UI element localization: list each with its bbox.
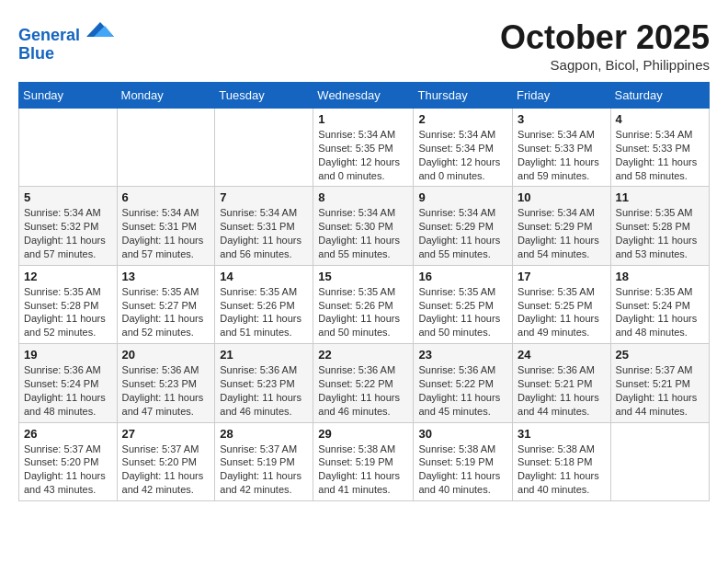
day-info: Sunrise: 5:34 AMSunset: 5:33 PMDaylight:… (518, 128, 606, 182)
day-info: Sunrise: 5:35 AMSunset: 5:25 PMDaylight:… (418, 285, 507, 339)
calendar-week-row: 19Sunrise: 5:36 AMSunset: 5:24 PMDayligh… (19, 344, 710, 422)
calendar-cell: 20Sunrise: 5:36 AMSunset: 5:23 PMDayligh… (117, 344, 215, 422)
calendar-cell: 26Sunrise: 5:37 AMSunset: 5:20 PMDayligh… (19, 422, 118, 500)
calendar-cell: 1Sunrise: 5:34 AMSunset: 5:35 PMDaylight… (313, 109, 414, 187)
day-number: 19 (24, 348, 112, 362)
calendar-cell: 13Sunrise: 5:35 AMSunset: 5:27 PMDayligh… (117, 265, 215, 343)
calendar-cell: 23Sunrise: 5:36 AMSunset: 5:22 PMDayligh… (414, 344, 513, 422)
day-info: Sunrise: 5:35 AMSunset: 5:25 PMDaylight:… (518, 285, 606, 339)
calendar-cell: 16Sunrise: 5:35 AMSunset: 5:25 PMDayligh… (414, 265, 513, 343)
day-info: Sunrise: 5:36 AMSunset: 5:22 PMDaylight:… (318, 363, 408, 418)
day-info: Sunrise: 5:34 AMSunset: 5:35 PMDaylight:… (318, 128, 408, 182)
day-info: Sunrise: 5:35 AMSunset: 5:28 PMDaylight:… (616, 206, 704, 260)
day-number: 14 (220, 270, 308, 283)
day-info: Sunrise: 5:35 AMSunset: 5:27 PMDaylight:… (122, 285, 210, 339)
day-number: 29 (318, 427, 408, 441)
day-number: 22 (318, 348, 408, 362)
day-number: 30 (418, 427, 507, 441)
day-info: Sunrise: 5:36 AMSunset: 5:21 PMDaylight:… (518, 363, 606, 418)
day-number: 5 (24, 190, 112, 204)
day-number: 24 (518, 348, 606, 362)
weekday-header-thursday: Thursday (414, 83, 513, 109)
calendar-cell: 4Sunrise: 5:34 AMSunset: 5:33 PMDaylight… (610, 109, 709, 187)
logo-icon (86, 18, 114, 40)
day-number: 25 (616, 348, 704, 362)
day-info: Sunrise: 5:36 AMSunset: 5:23 PMDaylight:… (220, 363, 308, 418)
day-number: 21 (220, 348, 308, 362)
day-info: Sunrise: 5:34 AMSunset: 5:30 PMDaylight:… (318, 206, 408, 260)
calendar-week-row: 12Sunrise: 5:35 AMSunset: 5:28 PMDayligh… (19, 265, 710, 343)
calendar-cell: 29Sunrise: 5:38 AMSunset: 5:19 PMDayligh… (313, 422, 414, 500)
day-number: 26 (24, 427, 112, 441)
day-info: Sunrise: 5:34 AMSunset: 5:31 PMDaylight:… (122, 206, 210, 260)
day-info: Sunrise: 5:34 AMSunset: 5:32 PMDaylight:… (24, 206, 112, 260)
calendar-cell: 19Sunrise: 5:36 AMSunset: 5:24 PMDayligh… (19, 344, 118, 422)
day-info: Sunrise: 5:36 AMSunset: 5:23 PMDaylight:… (122, 363, 210, 418)
day-info: Sunrise: 5:36 AMSunset: 5:22 PMDaylight:… (418, 363, 507, 418)
calendar-cell: 24Sunrise: 5:36 AMSunset: 5:21 PMDayligh… (513, 344, 611, 422)
weekday-header-tuesday: Tuesday (215, 83, 313, 109)
calendar-cell: 31Sunrise: 5:38 AMSunset: 5:18 PMDayligh… (513, 422, 611, 500)
day-number: 3 (518, 112, 606, 126)
calendar-cell: 2Sunrise: 5:34 AMSunset: 5:34 PMDaylight… (414, 109, 513, 187)
calendar-table: SundayMondayTuesdayWednesdayThursdayFrid… (18, 82, 710, 501)
day-info: Sunrise: 5:38 AMSunset: 5:19 PMDaylight:… (318, 442, 408, 497)
day-number: 18 (616, 270, 704, 283)
calendar-cell: 5Sunrise: 5:34 AMSunset: 5:32 PMDaylight… (19, 187, 118, 265)
day-info: Sunrise: 5:37 AMSunset: 5:21 PMDaylight:… (616, 363, 704, 418)
calendar-cell (19, 109, 118, 187)
day-info: Sunrise: 5:38 AMSunset: 5:18 PMDaylight:… (518, 442, 606, 497)
day-number: 20 (122, 348, 210, 362)
calendar-cell: 6Sunrise: 5:34 AMSunset: 5:31 PMDaylight… (117, 187, 215, 265)
calendar-cell: 10Sunrise: 5:34 AMSunset: 5:29 PMDayligh… (513, 187, 611, 265)
day-number: 8 (318, 190, 408, 204)
calendar-cell: 7Sunrise: 5:34 AMSunset: 5:31 PMDaylight… (215, 187, 313, 265)
day-info: Sunrise: 5:37 AMSunset: 5:20 PMDaylight:… (122, 442, 210, 497)
day-info: Sunrise: 5:37 AMSunset: 5:20 PMDaylight:… (24, 442, 112, 497)
logo: General Blue (18, 18, 114, 63)
day-number: 2 (418, 112, 507, 126)
day-number: 1 (318, 112, 408, 126)
day-number: 6 (122, 190, 210, 204)
calendar-cell (215, 109, 313, 187)
month-title: October 2025 (500, 18, 710, 57)
weekday-header-wednesday: Wednesday (313, 83, 414, 109)
calendar-cell (117, 109, 215, 187)
day-number: 11 (616, 190, 704, 204)
day-info: Sunrise: 5:37 AMSunset: 5:19 PMDaylight:… (220, 442, 308, 497)
calendar-cell: 30Sunrise: 5:38 AMSunset: 5:19 PMDayligh… (414, 422, 513, 500)
day-info: Sunrise: 5:35 AMSunset: 5:26 PMDaylight:… (220, 285, 308, 339)
calendar-cell: 3Sunrise: 5:34 AMSunset: 5:33 PMDaylight… (513, 109, 611, 187)
calendar-cell (610, 422, 709, 500)
day-info: Sunrise: 5:35 AMSunset: 5:26 PMDaylight:… (318, 285, 408, 339)
weekday-header-monday: Monday (117, 83, 215, 109)
day-info: Sunrise: 5:35 AMSunset: 5:24 PMDaylight:… (616, 285, 704, 339)
day-info: Sunrise: 5:34 AMSunset: 5:31 PMDaylight:… (220, 206, 308, 260)
calendar-week-row: 26Sunrise: 5:37 AMSunset: 5:20 PMDayligh… (19, 422, 710, 500)
page-header: General Blue October 2025 Sagpon, Bicol,… (18, 18, 710, 73)
day-number: 13 (122, 270, 210, 283)
calendar-cell: 14Sunrise: 5:35 AMSunset: 5:26 PMDayligh… (215, 265, 313, 343)
calendar-header-row: SundayMondayTuesdayWednesdayThursdayFrid… (19, 83, 710, 109)
logo-text: General Blue (18, 18, 114, 63)
day-number: 31 (518, 427, 606, 441)
calendar-cell: 28Sunrise: 5:37 AMSunset: 5:19 PMDayligh… (215, 422, 313, 500)
calendar-week-row: 5Sunrise: 5:34 AMSunset: 5:32 PMDaylight… (19, 187, 710, 265)
day-number: 23 (418, 348, 507, 362)
calendar-cell: 21Sunrise: 5:36 AMSunset: 5:23 PMDayligh… (215, 344, 313, 422)
day-number: 4 (616, 112, 704, 126)
weekday-header-sunday: Sunday (19, 83, 118, 109)
weekday-header-saturday: Saturday (610, 83, 709, 109)
calendar-cell: 12Sunrise: 5:35 AMSunset: 5:28 PMDayligh… (19, 265, 118, 343)
calendar-cell: 22Sunrise: 5:36 AMSunset: 5:22 PMDayligh… (313, 344, 414, 422)
day-number: 28 (220, 427, 308, 441)
title-block: October 2025 Sagpon, Bicol, Philippines (500, 18, 710, 73)
day-number: 16 (418, 270, 507, 283)
day-info: Sunrise: 5:34 AMSunset: 5:33 PMDaylight:… (616, 128, 704, 182)
day-number: 27 (122, 427, 210, 441)
day-number: 15 (318, 270, 408, 283)
calendar-cell: 25Sunrise: 5:37 AMSunset: 5:21 PMDayligh… (610, 344, 709, 422)
calendar-cell: 27Sunrise: 5:37 AMSunset: 5:20 PMDayligh… (117, 422, 215, 500)
location: Sagpon, Bicol, Philippines (500, 57, 710, 73)
day-number: 12 (24, 270, 112, 283)
